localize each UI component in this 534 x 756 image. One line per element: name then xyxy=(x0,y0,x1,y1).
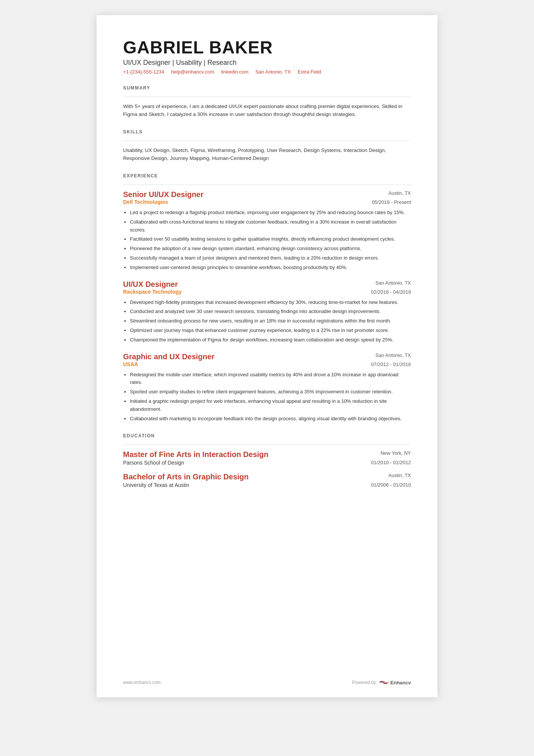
education-entry: Bachelor of Arts in Graphic Design Austi… xyxy=(123,473,411,488)
exp-bullets-list: Led a project to redesign a flagship pro… xyxy=(123,209,411,272)
exp-title: UI/UX Designer xyxy=(123,280,178,289)
exp-location: Austin, TX xyxy=(388,190,411,196)
exp-header: Senior UI/UX Designer Austin, TX xyxy=(123,190,411,199)
summary-text: With 5+ years of experience, I am a dedi… xyxy=(123,102,411,119)
experience-list: Senior UI/UX Designer Austin, TX Dell Te… xyxy=(123,190,411,423)
exp-bullets-list: Developed high-fidelity prototypes that … xyxy=(123,299,411,344)
edu-location: Austin, TX xyxy=(388,473,411,478)
exp-bullet: Collaborated with cross-functional teams… xyxy=(130,218,411,234)
exp-bullet: Successfully managed a team of junior de… xyxy=(130,254,411,262)
enhancv-logo-icon xyxy=(378,679,389,686)
exp-title: Graphic and UX Designer xyxy=(123,352,214,361)
education-label: EDUCATION xyxy=(123,433,411,441)
exp-bullet: Pioneered the adoption of a new design s… xyxy=(130,245,411,253)
summary-divider xyxy=(123,97,411,97)
skills-section: SKILLS Usability, UX Design, Sketch, Fig… xyxy=(123,129,411,163)
exp-bullet: Conducted and analyzed over 30 user rese… xyxy=(130,308,411,316)
exp-bullet: Optimized user journey maps that enhance… xyxy=(130,327,411,335)
powered-by-label: Powered by xyxy=(352,680,376,685)
exp-bullet: Collaborated with marketing to incorpora… xyxy=(130,415,411,423)
summary-section: SUMMARY With 5+ years of experience, I a… xyxy=(123,85,411,119)
skills-label: SKILLS xyxy=(123,129,411,137)
exp-bullet: Led a project to redesign a flagship pro… xyxy=(130,209,411,217)
experience-section: EXPERIENCE Senior UI/UX Designer Austin,… xyxy=(123,173,411,423)
edu-title: Bachelor of Arts in Graphic Design xyxy=(123,473,249,481)
experience-label: EXPERIENCE xyxy=(123,173,411,181)
exp-bullet: Sported user empathy studies to refine c… xyxy=(130,388,411,396)
exp-company: USAA xyxy=(123,361,138,367)
resume-page: GABRIEL BAKER UI/UX Designer | Usability… xyxy=(97,15,437,697)
exp-header: UI/UX Designer San Antonio, TX xyxy=(123,280,411,289)
exp-dates: 07/2012 - 01/2016 xyxy=(371,362,411,367)
edu-location: New York, NY xyxy=(381,450,411,456)
experience-entry: Senior UI/UX Designer Austin, TX Dell Te… xyxy=(123,190,411,272)
experience-entry: UI/UX Designer San Antonio, TX Rackspace… xyxy=(123,280,411,344)
edu-school: Parsons School of Design xyxy=(123,460,184,466)
education-entry: Master of Fine Arts in Interaction Desig… xyxy=(123,450,411,466)
edu-dates: 01/2010 - 01/2012 xyxy=(371,460,411,465)
powered-by: Powered by Enhancv xyxy=(352,679,411,686)
exp-bullet: Developed high-fidelity prototypes that … xyxy=(130,299,411,307)
exp-dates: 05/2019 - Present xyxy=(372,199,411,205)
exp-dates: 02/2016 - 04/2019 xyxy=(371,289,411,295)
exp-bullet: Initiated a graphic redesign project for… xyxy=(130,398,411,413)
edu-school: University of Texas at Austin xyxy=(123,482,189,488)
edu-header: Bachelor of Arts in Graphic Design Austi… xyxy=(123,473,411,481)
education-section: EDUCATION Master of Fine Arts in Interac… xyxy=(123,433,411,488)
edu-title: Master of Fine Arts in Interaction Desig… xyxy=(123,450,269,459)
skills-text: Usability, UX Design, Sketch, Figma, Wir… xyxy=(123,146,411,163)
exp-header: Graphic and UX Designer San Antonio, TX xyxy=(123,352,411,361)
exp-bullet: Facilitated over 50 usability testing se… xyxy=(130,235,411,243)
edu-dates: 01/2006 - 01/2010 xyxy=(371,482,411,488)
exp-bullet: Championed the implementation of Figma f… xyxy=(130,336,411,344)
footer-url: www.enhancv.com xyxy=(123,680,161,685)
exp-location: San Antonio, TX xyxy=(375,280,411,286)
education-divider xyxy=(123,445,411,445)
linkedin-link[interactable]: linkedin.com xyxy=(221,69,248,75)
contact-info: +1-(234)-555-1234 help@enhancv.com linke… xyxy=(123,69,411,75)
exp-company: Dell Technologies xyxy=(123,199,168,205)
header: GABRIEL BAKER UI/UX Designer | Usability… xyxy=(123,38,411,75)
email-link[interactable]: help@enhancv.com xyxy=(171,69,214,75)
candidate-title: UI/UX Designer | Usability | Research xyxy=(123,59,411,67)
education-list: Master of Fine Arts in Interaction Desig… xyxy=(123,450,411,488)
exp-location: San Antonio, TX xyxy=(375,352,411,358)
exp-bullet: Redesigned the mobile user interface, wh… xyxy=(130,371,411,387)
location: San Antonio, TX xyxy=(255,69,291,75)
experience-entry: Graphic and UX Designer San Antonio, TX … xyxy=(123,352,411,423)
summary-label: SUMMARY xyxy=(123,85,411,93)
experience-divider xyxy=(123,185,411,185)
skills-divider xyxy=(123,141,411,141)
exp-bullet: Streamlined onboarding process for new u… xyxy=(130,317,411,325)
edu-header: Master of Fine Arts in Interaction Desig… xyxy=(123,450,411,459)
exp-title: Senior UI/UX Designer xyxy=(123,190,203,199)
exp-bullet: Implemented user-centered design princip… xyxy=(130,264,411,272)
phone: +1-(234)-555-1234 xyxy=(123,69,164,75)
candidate-name: GABRIEL BAKER xyxy=(123,38,411,57)
enhancv-brand-name: Enhancv xyxy=(390,680,411,686)
page-footer: www.enhancv.com Powered by Enhancv xyxy=(123,679,411,686)
exp-bullets-list: Redesigned the mobile user interface, wh… xyxy=(123,371,411,423)
enhancv-logo: Enhancv xyxy=(378,679,411,686)
exp-company: Rackspace Technology xyxy=(123,289,182,295)
extra-field: Extra Field xyxy=(298,69,321,75)
